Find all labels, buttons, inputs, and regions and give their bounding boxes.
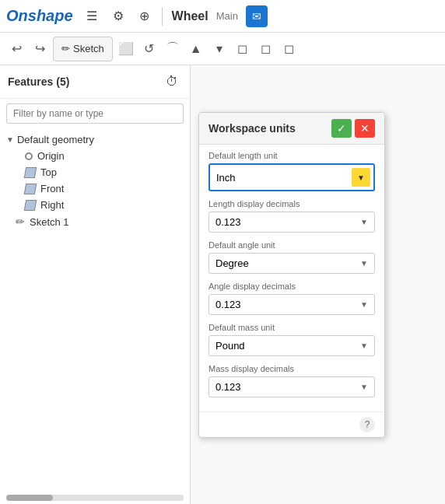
main-area: Features (5) ⏱ ▼ Default geometry Origin… xyxy=(0,65,445,504)
undo-button[interactable]: ↩ xyxy=(6,39,26,59)
field-label-length-decimals: Length display decimals xyxy=(208,199,375,208)
tool-more[interactable]: ▾ xyxy=(209,39,230,59)
dropdown-arrow-icon: ▼ xyxy=(360,341,368,350)
tree-item-front-label: Front xyxy=(40,183,64,194)
select-angle-decimals-value: 0.123 xyxy=(215,299,241,310)
select-angle-unit[interactable]: Degree ▼ xyxy=(208,253,375,274)
field-label-mass-decimals: Mass display decimals xyxy=(208,364,375,373)
sketch-icon: ✏ xyxy=(61,43,70,54)
dialog-footer: ? xyxy=(199,411,384,437)
dialog-header: Workspace units ✓ ✕ xyxy=(199,113,384,145)
dialog-body: Default length unit Inch ▼ Length displa… xyxy=(199,145,384,411)
sidebar-scrollbar[interactable] xyxy=(6,495,184,501)
select-angle-unit-value: Degree xyxy=(215,257,249,269)
tool-surface2[interactable]: ◻ xyxy=(256,39,276,59)
dropdown-arrow-icon: ▼ xyxy=(360,259,368,268)
field-angle-decimals: Angle display decimals 0.123 ▼ xyxy=(208,282,375,315)
select-mass-decimals[interactable]: 0.123 ▼ xyxy=(208,376,375,397)
tree-item-origin-label: Origin xyxy=(37,150,65,162)
select-arrow-icon: ▼ xyxy=(352,168,370,187)
dropdown-arrow-icon: ▼ xyxy=(360,383,368,391)
sketch-label: Sketch xyxy=(73,43,104,54)
tree-item-origin[interactable]: Origin xyxy=(0,148,190,164)
tree-parent-default-geometry[interactable]: ▼ Default geometry xyxy=(0,131,190,148)
tree-item-top-label: Top xyxy=(40,166,57,178)
sidebar: Features (5) ⏱ ▼ Default geometry Origin… xyxy=(0,65,191,504)
origin-icon xyxy=(25,152,33,160)
select-mass-decimals-value: 0.123 xyxy=(215,381,241,393)
field-label-angle-unit: Default angle unit xyxy=(208,240,375,250)
sketch-tree-icon: ✏ xyxy=(16,215,25,228)
cloud-icon: ✉ xyxy=(246,5,268,27)
plane-icon xyxy=(24,184,37,194)
dialog-actions: ✓ ✕ xyxy=(331,119,375,138)
tool-revolve[interactable]: ↺ xyxy=(139,39,159,59)
select-angle-decimals[interactable]: 0.123 ▼ xyxy=(208,294,375,315)
redo-button[interactable]: ↪ xyxy=(30,39,50,59)
tree-item-top[interactable]: Top xyxy=(0,164,190,180)
field-label-angle-decimals: Angle display decimals xyxy=(208,282,375,291)
field-default-angle-unit: Default angle unit Degree ▼ xyxy=(208,240,375,274)
sidebar-scrollbar-thumb xyxy=(6,495,53,501)
select-mass-unit[interactable]: Pound ▼ xyxy=(208,335,375,356)
sketch-button[interactable]: ✏ Sketch xyxy=(53,37,113,61)
toolbar: ↩ ↪ ✏ Sketch ⬜ ↺ ⌒ ▲ ▾ ◻ ◻ ◻ xyxy=(0,33,445,65)
tool-sweep[interactable]: ⌒ xyxy=(163,39,183,59)
select-mass-unit-value: Pound xyxy=(215,340,245,352)
field-label-mass-unit: Default mass unit xyxy=(208,323,375,332)
filter-input[interactable] xyxy=(6,103,184,124)
brand-logo: Onshape xyxy=(6,7,73,25)
field-default-length-unit: Default length unit Inch ▼ xyxy=(208,151,375,191)
top-nav: Onshape ☰ ⚙ ⊕ Wheel Main ✉ xyxy=(0,0,445,33)
sidebar-title: Features (5) xyxy=(8,75,69,88)
feature-tree: ▼ Default geometry Origin Top Front Righ… xyxy=(0,128,190,233)
select-length-unit-value: Inch xyxy=(216,172,236,184)
help-icon[interactable]: ? xyxy=(359,417,375,432)
plane-icon xyxy=(24,167,37,178)
cancel-button[interactable]: ✕ xyxy=(355,119,375,138)
history-icon[interactable]: ⏱ xyxy=(162,72,182,92)
dropdown-arrow-icon: ▼ xyxy=(360,218,368,226)
select-length-decimals-value: 0.123 xyxy=(215,216,241,228)
tree-item-right-label: Right xyxy=(40,199,64,211)
chevron-down-icon: ▼ xyxy=(6,135,14,144)
tool-extrude[interactable]: ▲ xyxy=(186,39,206,59)
menu-icon[interactable]: ☰ xyxy=(81,5,103,27)
nav-separator xyxy=(162,7,163,26)
doc-title: Wheel xyxy=(172,9,208,23)
dropdown-arrow-icon: ▼ xyxy=(360,300,368,309)
dialog-title: Workspace units xyxy=(208,122,296,135)
field-default-mass-unit: Default mass unit Pound ▼ xyxy=(208,323,375,356)
field-length-decimals: Length display decimals 0.123 ▼ xyxy=(208,199,375,233)
tool-shapes[interactable]: ⬜ xyxy=(116,39,136,59)
plane-icon xyxy=(24,200,37,211)
select-length-unit[interactable]: Inch ▼ xyxy=(208,163,375,191)
tool-dropdown[interactable]: ▾ xyxy=(209,39,230,59)
field-mass-decimals: Mass display decimals 0.123 ▼ xyxy=(208,364,375,397)
tool-surface3[interactable]: ◻ xyxy=(279,39,300,59)
sidebar-header: Features (5) ⏱ xyxy=(0,65,190,99)
branch-icon[interactable]: ⚙ xyxy=(107,5,129,27)
field-label-length-unit: Default length unit xyxy=(208,151,375,160)
tree-item-front[interactable]: Front xyxy=(0,180,190,197)
workspace-units-dialog: Workspace units ✓ ✕ Default length unit … xyxy=(198,112,385,438)
confirm-button[interactable]: ✓ xyxy=(331,119,352,138)
tree-item-right[interactable]: Right xyxy=(0,197,190,213)
select-length-decimals[interactable]: 0.123 ▼ xyxy=(208,212,375,233)
tree-item-sketch1-label: Sketch 1 xyxy=(30,216,69,228)
tool-surface1[interactable]: ◻ xyxy=(233,39,253,59)
canvas-area[interactable]: Workspace units ✓ ✕ Default length unit … xyxy=(191,65,445,504)
add-icon[interactable]: ⊕ xyxy=(134,5,156,27)
tree-item-sketch1[interactable]: ✏ Sketch 1 xyxy=(0,213,190,230)
doc-branch: Main xyxy=(216,10,238,22)
tree-parent-label: Default geometry xyxy=(17,134,94,145)
